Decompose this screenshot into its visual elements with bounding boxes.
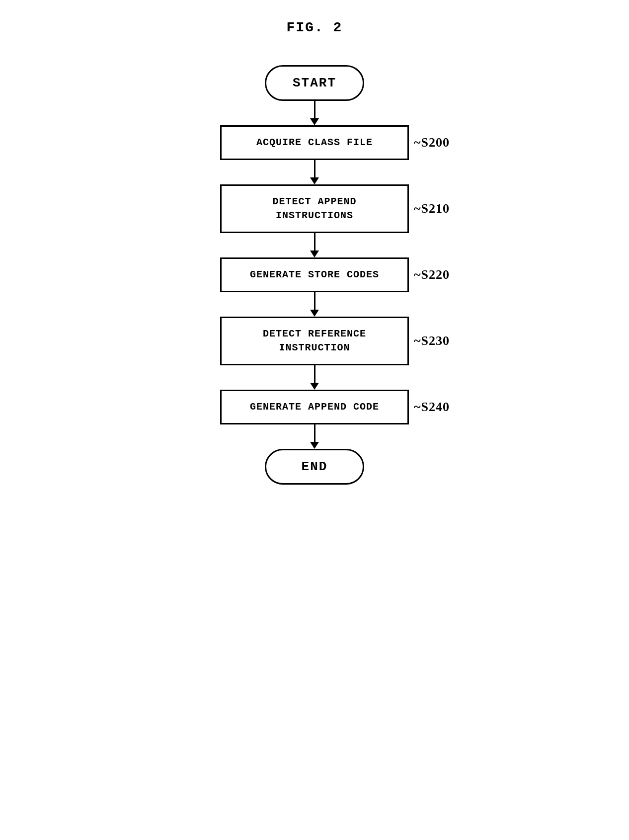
s210-node: DETECT APPENDINSTRUCTIONS [220,184,409,233]
flowchart: START ACQUIRE CLASS FILE ~S200 DETECT AP… [220,65,409,485]
s240-wrapper: GENERATE APPEND CODE ~S240 [220,390,409,424]
arrow-head [310,251,319,257]
arrow-line [314,160,315,177]
s230-wrapper: DETECT REFERENCEINSTRUCTION ~S230 [220,317,409,365]
arrow-head [310,177,319,184]
arrow-head [310,118,319,125]
arrow-3 [310,233,319,257]
s230-label: ~S230 [414,334,450,348]
s220-node: GENERATE STORE CODES [220,257,409,292]
arrow-5 [310,365,319,390]
page: FIG. 2 START ACQUIRE CLASS FILE ~S200 DE… [91,20,538,485]
s210-wrapper: DETECT APPENDINSTRUCTIONS ~S210 [220,184,409,233]
arrow-4 [310,292,319,317]
arrow-line [314,292,315,310]
s240-node: GENERATE APPEND CODE [220,390,409,424]
arrow-2 [310,160,319,184]
arrow-head [310,442,319,449]
arrow-line [314,424,315,442]
arrow-line [314,233,315,251]
arrow-line [314,101,315,118]
s220-wrapper: GENERATE STORE CODES ~S220 [220,257,409,292]
arrow-1 [310,101,319,125]
s210-label: ~S210 [414,201,450,216]
s230-node: DETECT REFERENCEINSTRUCTION [220,317,409,365]
figure-title: FIG. 2 [287,20,343,35]
arrow-line [314,365,315,383]
s200-wrapper: ACQUIRE CLASS FILE ~S200 [220,125,409,160]
start-node: START [265,65,364,101]
end-node: END [265,449,364,485]
start-wrapper: START [220,65,409,101]
s200-node: ACQUIRE CLASS FILE [220,125,409,160]
end-wrapper: END [220,449,409,485]
arrow-head [310,383,319,390]
s220-label: ~S220 [414,267,450,282]
arrow-6 [310,424,319,449]
s240-label: ~S240 [414,400,450,415]
s200-label: ~S200 [414,135,450,150]
arrow-head [310,310,319,317]
